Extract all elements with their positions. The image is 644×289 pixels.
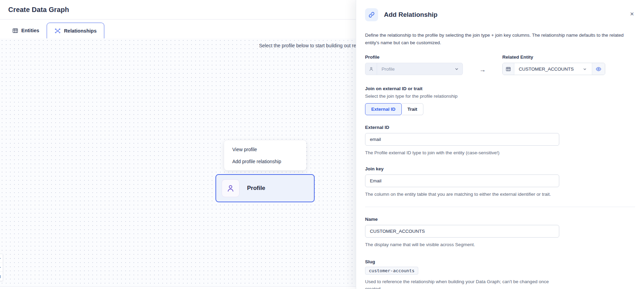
menu-item-view-profile[interactable]: View profile [224, 143, 306, 155]
panel-description: Define the relationship to the profile b… [365, 32, 638, 46]
link-icon [368, 11, 375, 18]
preview-entity-button[interactable] [592, 63, 605, 75]
profile-field-group: Profile Profile [365, 55, 463, 75]
join-type-label: Join on external ID or trait [365, 86, 635, 91]
related-entity-select-group: CUSTOMER_ACCOUNTS [502, 63, 605, 75]
table-icon [12, 28, 18, 34]
join-type-section: Join on external ID or trait Select the … [365, 86, 635, 115]
profile-related-row: Profile Profile → [365, 55, 635, 76]
profile-select[interactable]: Profile [365, 63, 463, 75]
related-entity-label: Related Entity [502, 55, 605, 60]
related-entity-field-group: Related Entity CUSTOMER_ACCOUNTS [502, 55, 605, 75]
join-type-option-external-id[interactable]: External ID [365, 103, 402, 115]
join-key-helper: The column on the entity table that you … [365, 191, 557, 198]
join-type-segmented-control: External ID Trait [365, 103, 423, 115]
flow-controls: + − ⊡ [0, 254, 3, 281]
profile-select-placeholder: Profile [377, 67, 455, 72]
profile-context-menu: View profile Add profile relationship [224, 140, 306, 170]
name-label: Name [365, 217, 635, 222]
profile-node[interactable]: Profile [215, 174, 315, 202]
panel-header: Add Relationship [365, 8, 635, 21]
fit-view-button[interactable]: ⊡ [0, 272, 3, 281]
relationships-graph-icon [55, 28, 61, 34]
zoom-out-button[interactable]: − [0, 263, 3, 272]
name-helper: The display name that will be visible ac… [365, 241, 635, 249]
profile-field-label: Profile [365, 55, 463, 60]
panel-icon-tile [365, 8, 378, 21]
external-id-input[interactable] [365, 133, 559, 146]
profile-node-icon-tile [222, 179, 239, 197]
menu-item-add-profile-relationship[interactable]: Add profile relationship [224, 155, 306, 167]
panel-title: Add Relationship [384, 11, 437, 19]
canvas-hint-text: Select the profile below to start buildi… [259, 43, 360, 48]
external-id-label: External ID [365, 125, 635, 130]
join-type-option-trait[interactable]: Trait [402, 103, 424, 115]
join-key-input[interactable] [365, 174, 559, 187]
eye-icon [596, 66, 601, 72]
name-input[interactable] [365, 225, 559, 238]
related-entity-select[interactable]: CUSTOMER_ACCOUNTS [514, 63, 583, 75]
person-icon [226, 183, 235, 193]
slug-value-chip: customer-accounts [365, 267, 418, 275]
close-icon[interactable]: ✕ [628, 10, 636, 18]
tab-relationships-label: Relationships [64, 28, 96, 34]
arrow-right-icon: → [463, 64, 502, 76]
tab-relationships[interactable]: Relationships [47, 23, 104, 38]
join-key-label: Join key [365, 166, 635, 171]
external-id-field-group: External ID The Profile external ID type… [365, 125, 635, 157]
slug-label: Slug [365, 259, 635, 264]
chevron-down-icon[interactable] [583, 63, 592, 75]
add-relationship-panel: Add Relationship ✕ Define the relationsh… [356, 0, 644, 289]
table-icon [503, 63, 514, 75]
slug-helper: Used to reference the relationship when … [365, 278, 555, 289]
slug-field-group: Slug customer-accounts Used to reference… [365, 259, 635, 289]
name-field-group: Name The display name that will be visib… [365, 217, 635, 249]
tab-entities-label: Entities [21, 28, 39, 33]
external-id-helper: The Profile external ID type to join wit… [365, 149, 635, 157]
zoom-in-button[interactable]: + [0, 254, 3, 263]
person-icon [365, 63, 377, 75]
section-divider [365, 207, 635, 207]
profile-node-label: Profile [247, 185, 265, 192]
join-type-sublabel: Select the join type for the profile rel… [365, 94, 635, 99]
page-title: Create Data Graph [8, 6, 69, 14]
tab-entities[interactable]: Entities [5, 23, 47, 38]
chevron-down-icon [455, 67, 462, 71]
create-data-graph-screen: Create Data Graph Entities Relati [0, 0, 644, 289]
join-key-field-group: Join key The column on the entity table … [365, 166, 635, 198]
